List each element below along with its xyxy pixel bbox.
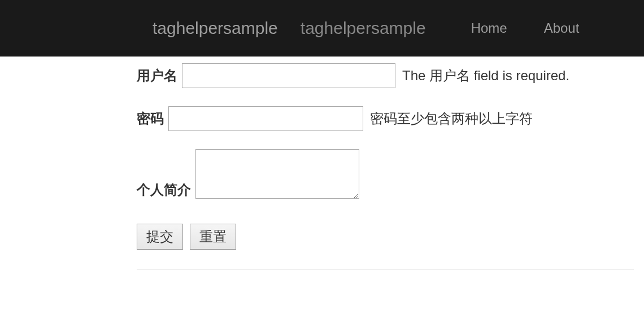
- navbar: taghelpersample taghelpersample Home Abo…: [0, 0, 644, 56]
- navbar-brand-2[interactable]: taghelpersample: [301, 19, 426, 38]
- bio-textarea[interactable]: [195, 149, 359, 199]
- username-input[interactable]: [182, 63, 395, 88]
- password-row: 密码 密码至少包含两种以上字符: [137, 106, 644, 131]
- password-input[interactable]: [168, 106, 363, 131]
- username-validation: The 用户名 field is required.: [402, 67, 569, 85]
- password-validation: 密码至少包含两种以上字符: [370, 110, 533, 128]
- submit-button[interactable]: 提交: [137, 224, 183, 250]
- nav-link-about[interactable]: About: [544, 20, 580, 36]
- button-row: 提交 重置: [137, 224, 644, 250]
- form-content: 用户名 The 用户名 field is required. 密码 密码至少包含…: [0, 56, 644, 269]
- navbar-brand-1[interactable]: taghelpersample: [153, 19, 278, 38]
- nav-link-home[interactable]: Home: [471, 20, 507, 36]
- reset-button[interactable]: 重置: [190, 224, 236, 250]
- bio-label: 个人简介: [137, 181, 191, 199]
- bio-row: 个人简介: [137, 149, 644, 199]
- username-label: 用户名: [137, 67, 177, 85]
- divider: [137, 269, 634, 269]
- password-label: 密码: [137, 110, 164, 128]
- username-row: 用户名 The 用户名 field is required.: [137, 63, 644, 88]
